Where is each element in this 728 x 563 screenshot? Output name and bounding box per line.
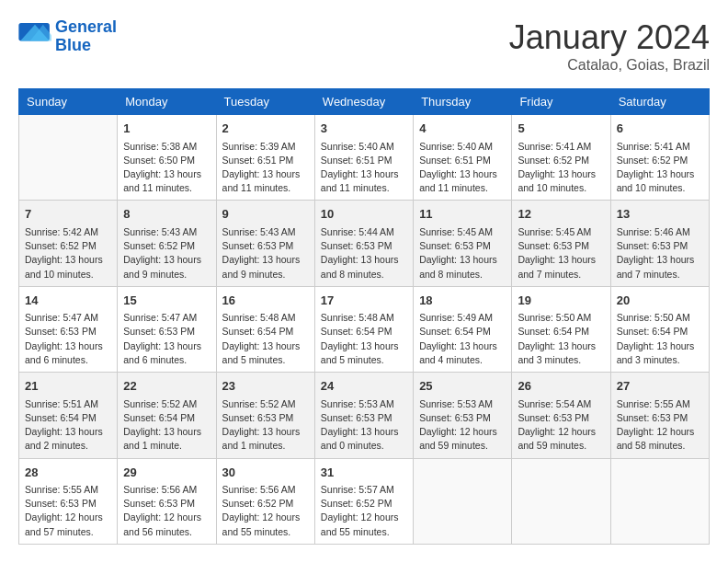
day-number: 3 <box>321 120 407 138</box>
day-info: Sunrise: 5:56 AMSunset: 6:53 PMDaylight:… <box>123 483 210 539</box>
day-info: Sunrise: 5:41 AMSunset: 6:52 PMDaylight:… <box>617 140 703 196</box>
day-info: Sunrise: 5:42 AMSunset: 6:52 PMDaylight:… <box>25 225 111 282</box>
calendar-week-row: 28Sunrise: 5:55 AMSunset: 6:53 PMDayligh… <box>19 458 710 544</box>
day-info: Sunrise: 5:48 AMSunset: 6:54 PMDaylight:… <box>321 311 407 367</box>
day-info: Sunrise: 5:47 AMSunset: 6:53 PMDaylight:… <box>123 311 210 367</box>
day-info: Sunrise: 5:53 AMSunset: 6:53 PMDaylight:… <box>321 397 407 454</box>
day-info: Sunrise: 5:48 AMSunset: 6:54 PMDaylight:… <box>222 311 309 367</box>
day-number: 31 <box>321 464 407 482</box>
weekday-header: Saturday <box>610 89 709 115</box>
day-number: 8 <box>123 205 210 224</box>
calendar-day-cell: 25Sunrise: 5:53 AMSunset: 6:53 PMDayligh… <box>414 373 512 458</box>
day-number: 16 <box>222 292 309 310</box>
subtitle: Catalao, Goias, Brazil <box>509 57 710 74</box>
day-info: Sunrise: 5:41 AMSunset: 6:52 PMDaylight:… <box>518 140 604 196</box>
day-number: 17 <box>321 292 407 310</box>
day-info: Sunrise: 5:50 AMSunset: 6:54 PMDaylight:… <box>617 311 703 367</box>
calendar-day-cell: 28Sunrise: 5:55 AMSunset: 6:53 PMDayligh… <box>19 458 118 544</box>
day-info: Sunrise: 5:57 AMSunset: 6:52 PMDaylight:… <box>321 483 407 539</box>
day-info: Sunrise: 5:45 AMSunset: 6:53 PMDaylight:… <box>518 225 604 282</box>
day-info: Sunrise: 5:45 AMSunset: 6:53 PMDaylight:… <box>419 225 506 282</box>
day-number: 22 <box>123 377 210 396</box>
day-info: Sunrise: 5:39 AMSunset: 6:51 PMDaylight:… <box>222 140 309 196</box>
day-number: 20 <box>617 292 703 310</box>
calendar-week-row: 7Sunrise: 5:42 AMSunset: 6:52 PMDaylight… <box>19 201 710 286</box>
day-number: 1 <box>123 120 210 138</box>
calendar-day-cell: 7Sunrise: 5:42 AMSunset: 6:52 PMDaylight… <box>19 201 118 286</box>
day-info: Sunrise: 5:56 AMSunset: 6:52 PMDaylight:… <box>222 483 309 539</box>
day-number: 27 <box>617 377 703 396</box>
weekday-header: Tuesday <box>216 89 314 115</box>
day-info: Sunrise: 5:52 AMSunset: 6:54 PMDaylight:… <box>123 397 210 454</box>
day-info: Sunrise: 5:38 AMSunset: 6:50 PMDaylight:… <box>123 140 210 196</box>
calendar-day-cell: 12Sunrise: 5:45 AMSunset: 6:53 PMDayligh… <box>512 201 610 286</box>
calendar-day-cell: 5Sunrise: 5:41 AMSunset: 6:52 PMDaylight… <box>512 115 610 201</box>
calendar-day-cell: 3Sunrise: 5:40 AMSunset: 6:51 PMDaylight… <box>314 115 413 201</box>
day-info: Sunrise: 5:40 AMSunset: 6:51 PMDaylight:… <box>321 140 407 196</box>
logo-text: General Blue <box>55 18 117 55</box>
day-number: 4 <box>419 120 506 138</box>
weekday-header: Friday <box>512 89 610 115</box>
calendar-day-cell: 4Sunrise: 5:40 AMSunset: 6:51 PMDaylight… <box>414 115 512 201</box>
calendar-day-cell: 27Sunrise: 5:55 AMSunset: 6:53 PMDayligh… <box>610 373 709 458</box>
calendar-day-cell: 19Sunrise: 5:50 AMSunset: 6:54 PMDayligh… <box>512 286 610 372</box>
day-number: 25 <box>419 377 506 396</box>
calendar-day-cell: 15Sunrise: 5:47 AMSunset: 6:53 PMDayligh… <box>118 286 216 372</box>
calendar-day-cell: 16Sunrise: 5:48 AMSunset: 6:54 PMDayligh… <box>216 286 314 372</box>
day-info: Sunrise: 5:51 AMSunset: 6:54 PMDaylight:… <box>25 397 111 454</box>
calendar-day-cell: 14Sunrise: 5:47 AMSunset: 6:53 PMDayligh… <box>19 286 118 372</box>
day-number: 24 <box>321 377 407 396</box>
weekday-header: Monday <box>118 89 216 115</box>
calendar-day-cell: 24Sunrise: 5:53 AMSunset: 6:53 PMDayligh… <box>314 373 413 458</box>
day-number: 28 <box>25 464 111 482</box>
calendar-day-cell: 11Sunrise: 5:45 AMSunset: 6:53 PMDayligh… <box>414 201 512 286</box>
calendar-day-cell: 17Sunrise: 5:48 AMSunset: 6:54 PMDayligh… <box>314 286 413 372</box>
day-number: 10 <box>321 205 407 224</box>
page-header: General Blue January 2024 Catalao, Goias… <box>18 18 710 74</box>
calendar-day-cell: 9Sunrise: 5:43 AMSunset: 6:53 PMDaylight… <box>216 201 314 286</box>
day-number: 26 <box>518 377 604 396</box>
day-info: Sunrise: 5:52 AMSunset: 6:53 PMDaylight:… <box>222 397 309 454</box>
day-number: 29 <box>123 464 210 482</box>
day-number: 30 <box>222 464 309 482</box>
day-info: Sunrise: 5:43 AMSunset: 6:52 PMDaylight:… <box>123 225 210 282</box>
day-info: Sunrise: 5:46 AMSunset: 6:53 PMDaylight:… <box>617 225 703 282</box>
calendar-week-row: 21Sunrise: 5:51 AMSunset: 6:54 PMDayligh… <box>19 373 710 458</box>
calendar-table: SundayMondayTuesdayWednesdayThursdayFrid… <box>18 88 710 545</box>
calendar-day-cell <box>512 458 610 544</box>
day-number: 21 <box>25 377 111 396</box>
day-number: 15 <box>123 292 210 310</box>
day-number: 9 <box>222 205 309 224</box>
calendar-week-row: 1Sunrise: 5:38 AMSunset: 6:50 PMDaylight… <box>19 115 710 201</box>
calendar-day-cell: 31Sunrise: 5:57 AMSunset: 6:52 PMDayligh… <box>314 458 413 544</box>
weekday-header-row: SundayMondayTuesdayWednesdayThursdayFrid… <box>19 89 710 115</box>
day-info: Sunrise: 5:47 AMSunset: 6:53 PMDaylight:… <box>25 311 111 367</box>
calendar-week-row: 14Sunrise: 5:47 AMSunset: 6:53 PMDayligh… <box>19 286 710 372</box>
day-info: Sunrise: 5:44 AMSunset: 6:53 PMDaylight:… <box>321 225 407 282</box>
calendar-day-cell: 8Sunrise: 5:43 AMSunset: 6:52 PMDaylight… <box>118 201 216 286</box>
logo-line2: Blue <box>55 36 91 54</box>
day-number: 12 <box>518 205 604 224</box>
day-number: 6 <box>617 120 703 138</box>
title-block: January 2024 Catalao, Goias, Brazil <box>509 18 710 74</box>
day-info: Sunrise: 5:43 AMSunset: 6:53 PMDaylight:… <box>222 225 309 282</box>
calendar-day-cell: 21Sunrise: 5:51 AMSunset: 6:54 PMDayligh… <box>19 373 118 458</box>
day-info: Sunrise: 5:55 AMSunset: 6:53 PMDaylight:… <box>617 397 703 454</box>
calendar-day-cell: 20Sunrise: 5:50 AMSunset: 6:54 PMDayligh… <box>610 286 709 372</box>
calendar-day-cell: 23Sunrise: 5:52 AMSunset: 6:53 PMDayligh… <box>216 373 314 458</box>
day-number: 2 <box>222 120 309 138</box>
calendar-day-cell <box>414 458 512 544</box>
calendar-day-cell: 29Sunrise: 5:56 AMSunset: 6:53 PMDayligh… <box>118 458 216 544</box>
calendar-day-cell: 2Sunrise: 5:39 AMSunset: 6:51 PMDaylight… <box>216 115 314 201</box>
weekday-header: Wednesday <box>314 89 413 115</box>
weekday-header: Sunday <box>19 89 118 115</box>
day-info: Sunrise: 5:54 AMSunset: 6:53 PMDaylight:… <box>518 397 604 454</box>
calendar-day-cell: 13Sunrise: 5:46 AMSunset: 6:53 PMDayligh… <box>610 201 709 286</box>
day-number: 11 <box>419 205 506 224</box>
main-title: January 2024 <box>509 18 710 57</box>
day-number: 18 <box>419 292 506 310</box>
day-info: Sunrise: 5:53 AMSunset: 6:53 PMDaylight:… <box>419 397 506 454</box>
calendar-day-cell: 1Sunrise: 5:38 AMSunset: 6:50 PMDaylight… <box>118 115 216 201</box>
calendar-day-cell: 6Sunrise: 5:41 AMSunset: 6:52 PMDaylight… <box>610 115 709 201</box>
day-info: Sunrise: 5:40 AMSunset: 6:51 PMDaylight:… <box>419 140 506 196</box>
